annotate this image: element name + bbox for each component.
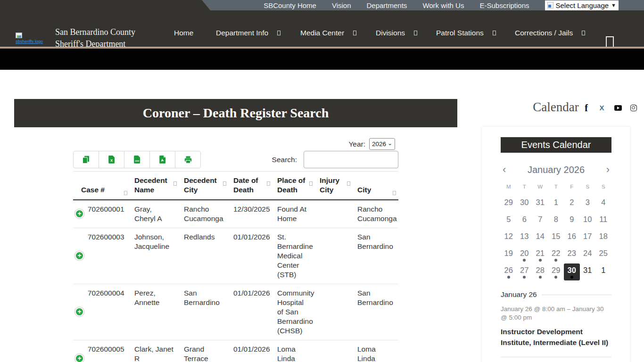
calendar-day[interactable]: 3	[580, 196, 596, 213]
toplink-sbcounty-home[interactable]: SBCounty Home	[264, 1, 316, 9]
calendar-day[interactable]: 28	[532, 263, 548, 280]
year-select[interactable]: 2026	[369, 138, 395, 150]
sort-icon	[309, 181, 313, 186]
events-calendar-header: Events Calendar	[501, 137, 611, 153]
expand-row-button[interactable]	[75, 354, 84, 362]
col-place-of-death[interactable]: Place of Death	[272, 176, 315, 199]
calendar-day[interactable]: 15	[548, 230, 564, 247]
year-label: Year:	[302, 140, 365, 148]
calendar-day[interactable]: 20	[517, 247, 533, 263]
calendar-day[interactable]: 7	[532, 213, 548, 230]
expand-row-button[interactable]	[75, 209, 84, 218]
calendar-day[interactable]: 4	[595, 196, 611, 213]
chevron-down-icon	[582, 31, 585, 35]
cell-injury-city	[315, 200, 353, 228]
event-dot	[539, 276, 542, 279]
cell-decedent-city: Grand Terrace	[179, 340, 229, 362]
nav-home[interactable]: Home	[174, 29, 193, 37]
col-injury-city[interactable]: Injury City	[315, 176, 353, 199]
calendar-day[interactable]: 16	[564, 230, 580, 247]
event-time: January 26 @ 8:00 am – January 30 @ 5:00…	[501, 305, 605, 322]
calendar-month-nav: ‹ January 2026 ›	[501, 164, 611, 176]
calendar-day[interactable]: 29	[548, 263, 564, 280]
header-rule	[542, 295, 611, 295]
col-decedent-city[interactable]: Decedent City	[179, 176, 229, 199]
calendar-day[interactable]: 23	[564, 247, 580, 263]
nav-divisions-label: Divisions	[376, 29, 405, 37]
cell-city: Rancho Cucamonga	[353, 200, 398, 228]
site-logo[interactable]: sbsheriffs logo	[16, 32, 45, 44]
toplink-e-subscriptions[interactable]: E-Subscriptions	[479, 1, 529, 9]
cell-case: 702600003	[73, 228, 130, 284]
calendar-day[interactable]: 5	[501, 213, 517, 230]
col-case-number[interactable]: Case #	[73, 185, 130, 199]
col-date-of-death[interactable]: Date of Death	[229, 176, 272, 199]
prev-month-button[interactable]: ‹	[501, 164, 508, 176]
nav-divisions[interactable]: Divisions	[376, 29, 417, 37]
calendar-day[interactable]: 29	[501, 196, 517, 213]
weekday-label: W	[532, 184, 548, 189]
calendar-day[interactable]: 14	[532, 230, 548, 247]
calendar-day[interactable]: 31	[532, 196, 548, 213]
toplink-departments[interactable]: Departments	[367, 1, 407, 9]
calendar-day[interactable]: 24	[580, 247, 596, 263]
nav-corrections-jails-label: Corrections / Jails	[515, 29, 573, 37]
camera-icon	[630, 105, 637, 111]
toplink-vision[interactable]: Vision	[332, 1, 351, 9]
expand-row-button[interactable]	[75, 307, 84, 316]
event-dot	[554, 259, 557, 262]
nav-media-center[interactable]: Media Center	[300, 29, 356, 37]
cell-name: Gray, Cheryl A	[130, 200, 179, 228]
calendar-day[interactable]: 1	[595, 263, 611, 280]
chevron-down-icon	[277, 31, 281, 35]
weekday-label: T	[548, 184, 564, 189]
case-number: 702600001	[88, 205, 124, 213]
calendar-day[interactable]: 17	[580, 230, 596, 247]
calendar-day[interactable]: 21	[532, 247, 548, 263]
death-register-table: Case # Decedent Name Decedent City Date …	[73, 171, 398, 362]
calendar-day[interactable]: 26	[501, 263, 517, 280]
next-month-button[interactable]: ›	[604, 164, 611, 176]
event-title[interactable]: Instructor Development Institute, Interm…	[501, 326, 614, 348]
calendar-day[interactable]: 10	[580, 213, 596, 230]
event-dot	[507, 276, 510, 279]
event-dot	[570, 276, 573, 279]
nav-media-center-label: Media Center	[300, 29, 344, 37]
sidebar-title: Calendar	[482, 100, 630, 115]
excel-export-button[interactable]: x	[99, 151, 124, 168]
toplink-work-with-us[interactable]: Work with Us	[422, 1, 464, 9]
copy-button[interactable]	[73, 151, 99, 168]
calendar-day[interactable]: 2	[564, 196, 580, 213]
calendar-day[interactable]: 31	[580, 263, 596, 280]
calendar-day[interactable]: 22	[548, 247, 564, 263]
calendar-day[interactable]: 11	[595, 213, 611, 230]
calendar-day[interactable]: 27	[517, 263, 533, 280]
nav-corrections-jails[interactable]: Corrections / Jails	[515, 29, 585, 37]
calendar-day[interactable]: 25	[595, 247, 611, 263]
calendar-day[interactable]: 8	[548, 213, 564, 230]
nav-department-info-label: Department Info	[216, 29, 268, 37]
calendar-day[interactable]: 6	[517, 213, 533, 230]
col-city[interactable]: City	[353, 185, 398, 199]
col-decedent-name[interactable]: Decedent Name	[130, 176, 179, 199]
calendar-day[interactable]: 30	[564, 263, 580, 280]
calendar-day[interactable]: 13	[517, 230, 533, 247]
cell-place-of-death: Community Hospital of San Bernardino (CH…	[272, 284, 315, 340]
search-input[interactable]	[304, 151, 398, 168]
calendar-day[interactable]: 9	[564, 213, 580, 230]
nav-patrol-stations[interactable]: Patrol Stations	[436, 29, 496, 37]
calendar-day[interactable]: 12	[501, 230, 517, 247]
expand-row-button[interactable]	[75, 251, 84, 260]
pdf-export-button[interactable]	[149, 151, 175, 168]
calendar-day[interactable]: 19	[501, 247, 517, 263]
print-button[interactable]	[175, 151, 201, 168]
language-selector[interactable]: Select Language	[545, 0, 619, 10]
calendar-day[interactable]: 18	[595, 230, 611, 247]
nav-department-info[interactable]: Department Info	[216, 29, 281, 37]
cell-case: 702600001	[73, 200, 130, 228]
csv-export-button[interactable]: csv	[124, 151, 150, 168]
department-banner: Shannon D. Dicus, Sheriff - Coroner	[0, 49, 644, 70]
cell-case: 702600005	[73, 340, 130, 362]
calendar-day[interactable]: 30	[517, 196, 533, 213]
calendar-day[interactable]: 1	[548, 196, 564, 213]
